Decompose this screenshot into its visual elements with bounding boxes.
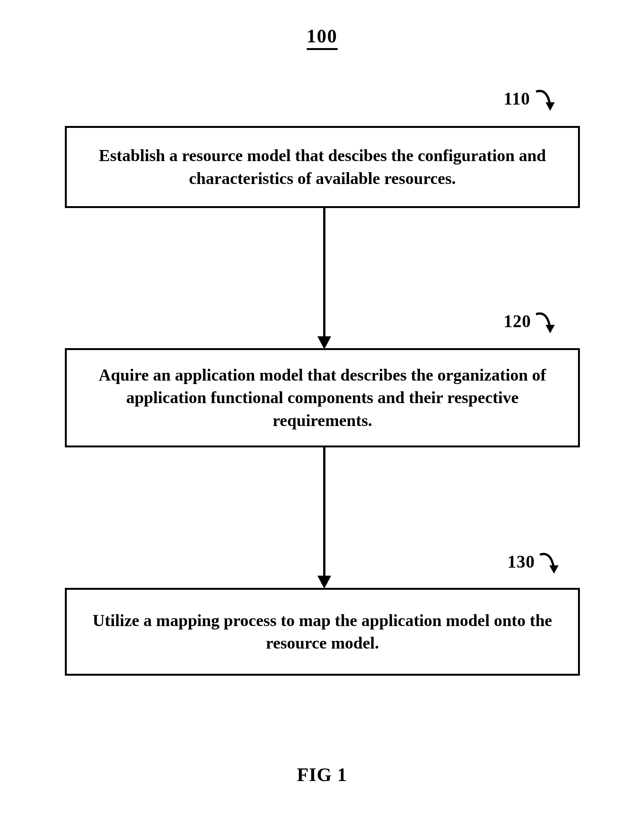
svg-marker-5 <box>318 576 331 589</box>
svg-marker-0 <box>546 102 555 111</box>
step-2-text: Aquire an application model that describ… <box>90 364 555 432</box>
figure-number-text: 100 <box>307 25 337 50</box>
ref-110-text: 110 <box>504 89 530 108</box>
step-3-text: Utilize a mapping process to map the app… <box>90 609 555 655</box>
flowchart-step-3: Utilize a mapping process to map the app… <box>65 588 580 676</box>
ref-120-text: 120 <box>504 312 531 331</box>
flow-arrow-2-icon <box>313 447 336 593</box>
flowchart-step-1: Establish a resource model that descibes… <box>65 126 580 208</box>
ref-label-120: 120 <box>504 311 531 331</box>
flow-arrow-1-icon <box>313 208 336 353</box>
ref-label-130: 130 <box>507 552 535 572</box>
figure-number-title: 100 <box>0 25 644 47</box>
flowchart-step-2: Aquire an application model that describ… <box>65 348 580 447</box>
figure-caption: FIG 1 <box>0 764 644 785</box>
ref-arrow-icon <box>534 310 569 344</box>
ref-130-text: 130 <box>507 552 535 571</box>
flowchart-page: 100 110 Establish a resource model that … <box>0 0 644 836</box>
step-1-text: Establish a resource model that descibes… <box>90 144 555 190</box>
ref-arrow-icon <box>538 550 572 585</box>
svg-marker-6 <box>549 565 559 574</box>
svg-marker-3 <box>546 325 555 333</box>
svg-marker-2 <box>318 336 331 349</box>
ref-arrow-icon <box>534 87 569 121</box>
figure-caption-text: FIG 1 <box>297 764 347 785</box>
ref-label-110: 110 <box>504 88 530 109</box>
